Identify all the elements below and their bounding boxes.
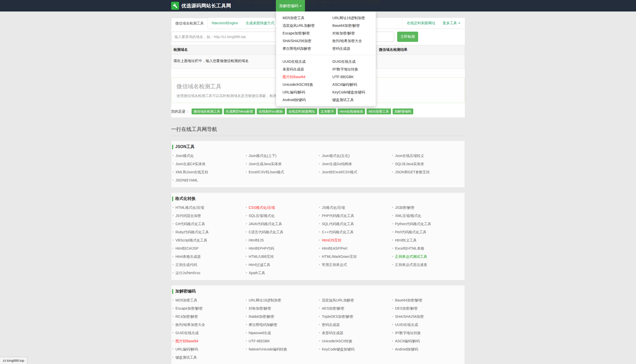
tool-link[interactable]: Json生成Go结构体: [322, 162, 352, 166]
tool-link[interactable]: 正则表达式测试工具: [395, 254, 427, 259]
site-brand[interactable]: 优选源码网站长工具网: [171, 0, 231, 11]
tool-link[interactable]: 图片转Base64: [175, 339, 198, 343]
tool-link[interactable]: JAVA代码格式化工具: [249, 222, 282, 226]
tool-link[interactable]: Html转PHP代码: [249, 246, 274, 250]
tool-link[interactable]: XML和Json在线互转: [175, 170, 208, 174]
menu-item[interactable]: 格式化转换: [255, 0, 276, 11]
dropdown-item[interactable]: IP/数字地址转换: [326, 65, 376, 73]
dropdown-item[interactable]: 迅雷旋风URL加解密: [276, 22, 326, 29]
dropdown-item[interactable]: UTF-8转GBK: [326, 73, 376, 81]
tool-link[interactable]: Base64加密/解密: [395, 298, 422, 302]
tool-link[interactable]: C语言代码格式化工具: [249, 230, 284, 234]
tool-link[interactable]: Json格式化(左右): [322, 154, 350, 158]
tool-link[interactable]: AES加密/解密: [322, 306, 344, 310]
tool-link[interactable]: ASCII编码/解码: [395, 339, 420, 343]
dropdown-item[interactable]: 对称加密/解密: [326, 29, 376, 37]
dropdown-item[interactable]: 密码生成器: [326, 45, 376, 52]
tool-link[interactable]: Html转义工具: [395, 238, 417, 242]
dropdown-item[interactable]: MD5加密工具: [276, 14, 326, 22]
tool-link[interactable]: Xpath工具: [249, 271, 265, 275]
tool-link[interactable]: Escape加密/解密: [175, 306, 203, 310]
menu-item[interactable]: 其他: [354, 0, 364, 11]
dropdown-item[interactable]: UUID在线生成: [276, 58, 326, 65]
footprint-badge[interactable]: Html在线编辑器: [338, 108, 365, 114]
tool-link[interactable]: Html转C#/JSP: [175, 246, 198, 250]
tool-link[interactable]: UTF-8转GBK: [249, 339, 270, 343]
dropdown-item[interactable]: Unicode/ASCII转换: [276, 81, 326, 88]
footprint-badge[interactable]: MD5加密工具: [367, 108, 391, 114]
tool-link[interactable]: JSON和GET参数互转: [395, 170, 430, 174]
menu-item[interactable]: 站长: [333, 0, 344, 11]
tool-link[interactable]: CSS格式化/压缩: [249, 205, 275, 210]
dropdown-item[interactable]: GUID在线生成: [326, 58, 376, 65]
tool-link[interactable]: 摩尔斯电码加解密: [249, 323, 277, 327]
footprint-badge[interactable]: 在线定时刷新网址: [287, 108, 317, 114]
tool-link[interactable]: Json格式化: [175, 154, 194, 158]
menu-item[interactable]: 对照列表: [364, 0, 382, 11]
tool-link[interactable]: Json转Excel/CSV格式: [322, 170, 357, 174]
tool-link[interactable]: Json生成Java实体类: [249, 162, 282, 166]
tool-link[interactable]: URL编码/解码: [175, 347, 198, 351]
tool-link[interactable]: MD5加密工具: [175, 298, 197, 302]
refresh-url-tool-link[interactable]: 在线定时刷新网址: [403, 21, 439, 26]
tool-link[interactable]: Native/Unicode编码转换: [249, 347, 287, 351]
dropdown-item[interactable]: 键盘测试工具: [326, 96, 376, 104]
tool-link[interactable]: C++代码格式化工具: [322, 230, 354, 234]
tool-link[interactable]: SQL代码格式化工具: [322, 222, 354, 226]
tool-link[interactable]: 正则表达式语法速查: [395, 263, 427, 267]
tool-link[interactable]: PHP代码格式化工具: [322, 214, 354, 218]
tab[interactable]: 生成桌面快捷方式: [242, 18, 278, 29]
tool-link[interactable]: Html过滤工具: [249, 263, 270, 267]
tool-link[interactable]: 迅雷旋风URL加解密: [322, 298, 354, 302]
footprint-badge[interactable]: 文本数字: [319, 108, 336, 114]
tool-link[interactable]: HTML格式化/压缩: [175, 205, 204, 210]
dropdown-item[interactable]: KeyCode键盘按键码: [326, 88, 376, 96]
dropdown-item[interactable]: URL网址16进制加密: [326, 14, 376, 22]
check-now-button[interactable]: 立即检测: [397, 32, 418, 42]
tool-link[interactable]: 条形码生成器: [322, 331, 343, 335]
tool-link[interactable]: DES加密/解密: [395, 306, 418, 310]
tool-link[interactable]: SQL转Java实体类: [395, 162, 424, 166]
more-tools-dropdown[interactable]: 更多工具: [439, 21, 464, 26]
tool-link[interactable]: htpasswd生成: [249, 331, 271, 335]
tool-link[interactable]: KeyCode键盘按键码: [322, 347, 355, 351]
tab[interactable]: 微信域名检测工具: [171, 18, 208, 29]
menu-item-crypto-active[interactable]: 加解密编码 MD5加密工具迅雷旋风URL加解密Escape加密/解密SHA/SH…: [276, 0, 305, 11]
tool-link[interactable]: 正则生成代码: [175, 263, 197, 267]
tool-link[interactable]: 键盘测试工具: [175, 355, 197, 359]
tool-link[interactable]: 散列/哈希加密大全: [175, 323, 205, 327]
footprint-badge[interactable]: 微信域名检测工具: [192, 108, 222, 114]
tool-link[interactable]: 对称加密/解密: [249, 306, 271, 310]
tool-link[interactable]: Ruby代码格式化工具: [175, 230, 209, 234]
tool-link[interactable]: 密码生成器: [322, 323, 340, 327]
tool-link[interactable]: Excel转HTML表格: [395, 246, 424, 250]
tool-link[interactable]: JS格式化/压缩: [322, 205, 345, 210]
tool-link[interactable]: TripleDES加密/解密: [322, 314, 353, 319]
tool-link[interactable]: 常用正则表达式: [322, 263, 347, 267]
tool-link[interactable]: Unicode/ASCII转换: [322, 339, 352, 343]
tool-link[interactable]: UUID在线生成: [395, 323, 418, 327]
menu-item[interactable]: JSON工具: [235, 0, 255, 11]
dropdown-item[interactable]: 散列/哈希加密大全: [326, 37, 376, 45]
tool-link[interactable]: XML压缩/格式化: [395, 214, 421, 218]
dropdown-item[interactable]: 条形码生成器: [276, 65, 326, 73]
tool-link[interactable]: C#代码格式化工具: [175, 222, 205, 226]
tool-link[interactable]: HTML/UBB互转: [249, 254, 274, 259]
tab[interactable]: htaccess转nginx: [208, 18, 242, 29]
footprint-badge[interactable]: 生成网页Meta标签: [224, 108, 255, 114]
tool-link[interactable]: SHA/SHA256加密: [395, 314, 424, 319]
footprint-badge[interactable]: 在线制作ico图标: [257, 108, 285, 114]
dropdown-item[interactable]: 摩尔斯电码加解密: [276, 45, 326, 52]
tool-link[interactable]: Json在线压缩转义: [395, 154, 424, 158]
dropdown-item[interactable]: Escape加密/解密: [276, 29, 326, 37]
tool-link[interactable]: Html转JS: [249, 238, 264, 242]
dropdown-item[interactable]: Base64加密/解密: [326, 22, 376, 29]
tool-link[interactable]: Android按键码: [395, 347, 418, 351]
tool-link[interactable]: Rabbit加密/解密: [249, 314, 274, 319]
dropdown-item[interactable]: Android按键码: [276, 96, 326, 104]
tool-link[interactable]: JS加密/解密: [395, 205, 415, 210]
tool-link[interactable]: HTML/MarkDown互转: [322, 254, 357, 259]
tool-link[interactable]: Perl代码格式化工具: [395, 230, 427, 234]
tool-link[interactable]: Json格式化(上下): [249, 154, 277, 158]
tool-link[interactable]: Json生成C#实体类: [175, 162, 205, 166]
